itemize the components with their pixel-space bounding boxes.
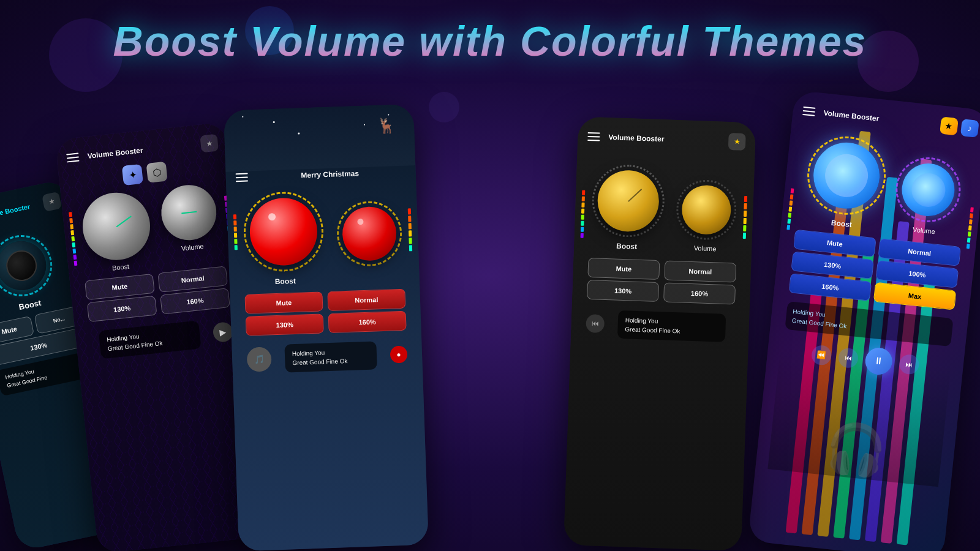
menu-icon-5	[802, 107, 815, 116]
phone4-prev-btn[interactable]: ⏮	[586, 314, 605, 333]
phones-container: Volume Booster ★	[0, 73, 980, 551]
title-area: Boost Volume with Colorful Themes	[0, 0, 980, 65]
phone4-now-playing: Holding YouGreat Good Fine Ok	[617, 310, 726, 342]
phone2-star-btn[interactable]: ★	[200, 134, 219, 153]
phone4-mute-btn[interactable]: Mute	[587, 258, 660, 280]
phone3-mute-btn[interactable]: Mute	[244, 291, 323, 313]
phone4-boost: Boost	[616, 242, 637, 251]
phone-card-4: Volume Booster ★	[564, 116, 756, 551]
phone5-prev-btn[interactable]: ⏮	[837, 347, 859, 369]
phone2-icon2[interactable]: ⬡	[146, 162, 168, 183]
phone3-130-btn[interactable]: 130%	[246, 313, 324, 335]
phone4-star-btn[interactable]: ★	[728, 133, 746, 151]
phone3-160-btn[interactable]: 160%	[328, 311, 407, 333]
phone5-rewind-btn[interactable]: ⏪	[811, 345, 832, 366]
phone2-icon1[interactable]: ✦	[122, 164, 143, 186]
phone4-160-btn[interactable]: 160%	[663, 282, 736, 304]
phone2-now-playing: Holding YouGreat Good Fine Ok	[99, 321, 202, 359]
phone3-record-btn[interactable]: ●	[390, 346, 408, 364]
phone5-star-btn[interactable]: ★	[940, 117, 959, 136]
phone3-now-playing: Holding YouGreat Good Fine Ok	[284, 341, 377, 372]
phone-card-5: 🎧 Volume Booster ★ ♪	[748, 90, 980, 551]
phone3-normal-btn[interactable]: Normal	[327, 289, 405, 311]
phone3-avatar: 🎵	[246, 347, 271, 372]
phone2-volume-label: Volume	[181, 242, 204, 252]
phone4-volume: Volume	[694, 244, 717, 252]
phone5-volume: Volume	[913, 226, 936, 236]
main-title: Boost Volume with Colorful Themes	[0, 17, 980, 65]
phone5-header: Volume Booster	[823, 108, 880, 122]
phone5-music-btn[interactable]: ♪	[960, 119, 979, 138]
phone-card-3: 🦌 Merry Christmas	[224, 104, 429, 551]
phone5-now-playing: Holding YouGreat Good Fine Ok	[785, 301, 953, 347]
phone1-star-btn[interactable]: ★	[42, 192, 62, 212]
phone5-pause-btn[interactable]: ⏸	[864, 347, 894, 376]
phone3-boost: Boost	[275, 277, 296, 286]
phone5-next-btn[interactable]: ⏭	[899, 354, 920, 375]
phone2-header: Volume Booster	[87, 146, 143, 160]
phone4-130-btn[interactable]: 130%	[587, 280, 659, 302]
phone1-header: Volume Booster	[0, 203, 31, 220]
phone5-boost: Boost	[831, 219, 852, 229]
menu-icon-4	[587, 132, 600, 141]
menu-icon-3	[236, 173, 248, 182]
menu-icon-2	[66, 152, 79, 162]
phone4-header: Volume Booster	[608, 133, 665, 143]
phone4-normal-btn[interactable]: Normal	[664, 260, 736, 282]
